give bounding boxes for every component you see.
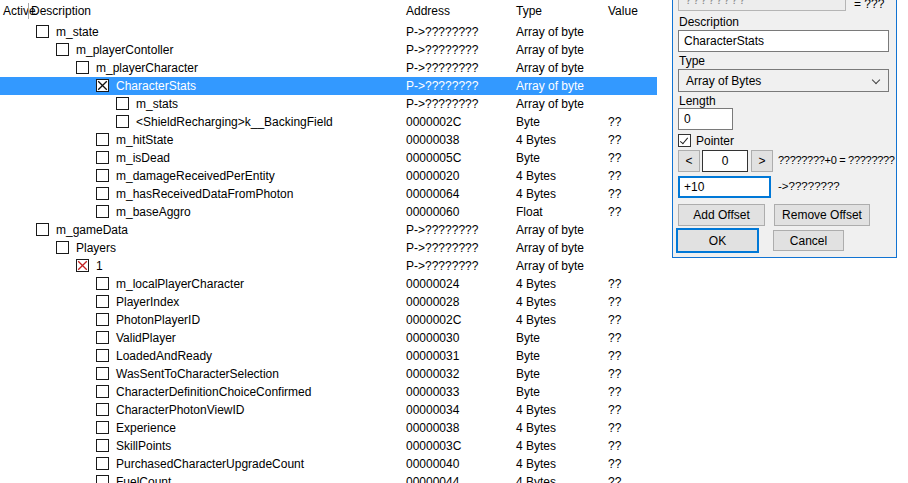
active-checkbox[interactable]: [76, 259, 89, 272]
type-dropdown[interactable]: Array of Bytes: [678, 69, 889, 92]
tree-row[interactable]: CharacterPhotonViewID000000344 Bytes??: [0, 401, 657, 419]
tree-row[interactable]: WasSentToCharacterSelection00000032Byte?…: [0, 365, 657, 383]
row-description: m_hasReceivedDataFromPhoton: [116, 187, 293, 201]
tree-row[interactable]: FuelCount000000444 Bytes??: [0, 473, 657, 483]
row-value: ??: [608, 277, 621, 291]
active-checkbox[interactable]: [76, 61, 89, 74]
offset-index-field[interactable]: [702, 150, 748, 172]
row-description: Experience: [116, 421, 176, 435]
row-address: 00000034: [406, 403, 459, 417]
offset-result: ->????????: [778, 180, 840, 192]
tree-row[interactable]: 1P->????????Array of byte: [0, 257, 657, 275]
tree-row[interactable]: m_statsP->????????Array of byte: [0, 95, 657, 113]
row-value: ??: [608, 367, 621, 381]
offset-field[interactable]: [678, 176, 771, 198]
active-checkbox[interactable]: [96, 331, 109, 344]
active-checkbox[interactable]: [96, 187, 109, 200]
tree-row[interactable]: <ShieldRecharging>k__BackingField0000002…: [0, 113, 657, 131]
row-description: m_hitState: [116, 133, 173, 147]
tree-row[interactable]: m_hitState000000384 Bytes??: [0, 131, 657, 149]
active-checkbox[interactable]: [96, 349, 109, 362]
tree-row[interactable]: PurchasedCharacterUpgradeCount000000404 …: [0, 455, 657, 473]
row-value: ??: [608, 403, 621, 417]
row-type: 4 Bytes: [516, 313, 556, 327]
active-checkbox[interactable]: [96, 385, 109, 398]
active-checkbox[interactable]: [96, 151, 109, 164]
row-value: ??: [608, 187, 621, 201]
active-checkbox[interactable]: [96, 439, 109, 452]
row-type: Byte: [516, 385, 540, 399]
row-address: 0000002C: [406, 313, 461, 327]
active-checkbox[interactable]: [96, 367, 109, 380]
row-type: Array of byte: [516, 223, 584, 237]
tree-row[interactable]: PhotonPlayerID0000002C4 Bytes??: [0, 311, 657, 329]
row-description: m_gameData: [56, 223, 128, 237]
active-checkbox[interactable]: [96, 295, 109, 308]
row-value: ??: [608, 313, 621, 327]
active-checkbox[interactable]: [116, 115, 129, 128]
row-description: m_playerCharacter: [96, 61, 198, 75]
tree-row[interactable]: m_gameDataP->????????Array of byte: [0, 221, 657, 239]
active-checkbox[interactable]: [96, 313, 109, 326]
row-value: ??: [608, 205, 621, 219]
offset-increment-button[interactable]: >: [751, 150, 773, 172]
cancel-button[interactable]: Cancel: [773, 230, 844, 251]
column-header-type[interactable]: Type: [516, 4, 542, 18]
active-checkbox[interactable]: [96, 133, 109, 146]
row-type: Float: [516, 205, 543, 219]
active-checkbox[interactable]: [96, 277, 109, 290]
row-address: 0000002C: [406, 115, 461, 129]
description-field[interactable]: [678, 30, 889, 52]
active-checkbox[interactable]: [36, 25, 49, 38]
column-header-address[interactable]: Address: [406, 4, 450, 18]
tree-row[interactable]: m_hasReceivedDataFromPhoton000000644 Byt…: [0, 185, 657, 203]
row-type: 4 Bytes: [516, 133, 556, 147]
tree-row[interactable]: m_isDead0000005CByte??: [0, 149, 657, 167]
tree-row[interactable]: m_playerCharacterP->????????Array of byt…: [0, 59, 657, 77]
tree-row[interactable]: LoadedAndReady00000031Byte??: [0, 347, 657, 365]
offset-decrement-button[interactable]: <: [678, 150, 700, 172]
tree-row[interactable]: CharacterDefinitionChoiceConfirmed000000…: [0, 383, 657, 401]
tree-row[interactable]: m_baseAggro00000060Float??: [0, 203, 657, 221]
tree-row[interactable]: SkillPoints0000003C4 Bytes??: [0, 437, 657, 455]
tree-row[interactable]: m_playerContollerP->????????Array of byt…: [0, 41, 657, 59]
tree-row[interactable]: CharacterStatsP->????????Array of byte: [0, 77, 657, 95]
active-checkbox[interactable]: [96, 169, 109, 182]
row-description: WasSentToCharacterSelection: [116, 367, 279, 381]
remove-offset-button[interactable]: Remove Offset: [774, 204, 870, 226]
tree-row[interactable]: PlayersP->????????Array of byte: [0, 239, 657, 257]
row-description: CharacterStats: [116, 79, 196, 93]
row-description: 1: [96, 259, 103, 273]
tree-row[interactable]: m_stateP->????????Array of byte: [0, 23, 657, 41]
active-checkbox[interactable]: [116, 97, 129, 110]
active-checkbox[interactable]: [96, 457, 109, 470]
tree-row[interactable]: m_damageReceivedPerEntity000000204 Bytes…: [0, 167, 657, 185]
column-header-value[interactable]: Value: [608, 4, 638, 18]
row-address: 00000038: [406, 133, 459, 147]
column-divider[interactable]: [28, 3, 29, 19]
tree-row[interactable]: PlayerIndex000000284 Bytes??: [0, 293, 657, 311]
active-checkbox[interactable]: [96, 403, 109, 416]
active-checkbox[interactable]: [96, 79, 109, 92]
ok-button[interactable]: OK: [676, 228, 759, 253]
row-value: ??: [608, 295, 621, 309]
active-checkbox[interactable]: [96, 205, 109, 218]
tree-row[interactable]: Experience000000384 Bytes??: [0, 419, 657, 437]
active-checkbox[interactable]: [56, 241, 69, 254]
row-type: Array of byte: [516, 43, 584, 57]
pointer-checkbox[interactable]: [678, 134, 691, 147]
active-checkbox[interactable]: [56, 43, 69, 56]
row-type: Array of byte: [516, 25, 584, 39]
row-address: P->????????: [406, 25, 478, 39]
active-checkbox[interactable]: [96, 475, 109, 483]
length-field[interactable]: [678, 108, 733, 130]
add-offset-button[interactable]: Add Offset: [678, 204, 765, 226]
tree-row[interactable]: m_localPlayerCharacter000000244 Bytes??: [0, 275, 657, 293]
active-checkbox[interactable]: [96, 421, 109, 434]
active-checkbox[interactable]: [36, 223, 49, 236]
row-type: Byte: [516, 115, 540, 129]
row-value: ??: [608, 133, 621, 147]
tree-row[interactable]: ValidPlayer00000030Byte??: [0, 329, 657, 347]
checkmark-icon: [679, 135, 687, 144]
column-header-description[interactable]: Description: [31, 4, 91, 18]
